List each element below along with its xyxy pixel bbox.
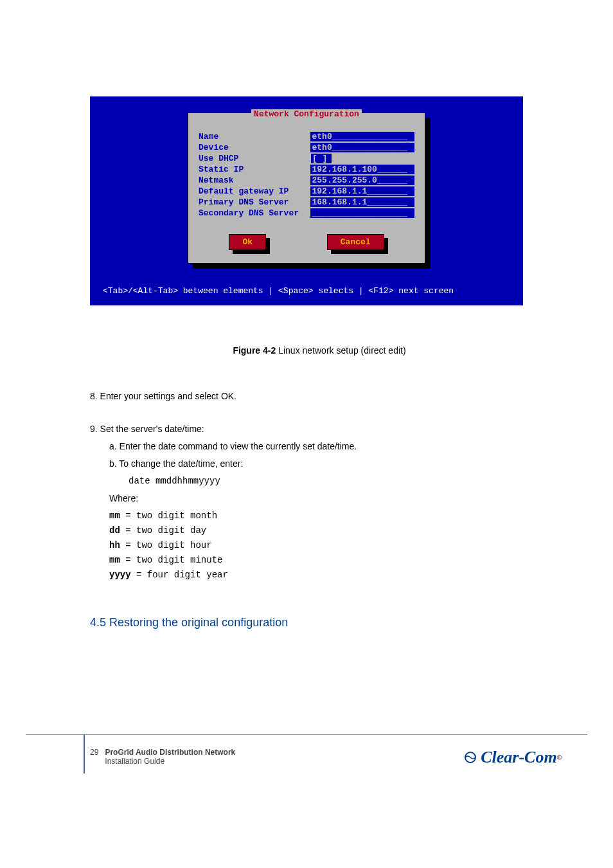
- device-input[interactable]: eth0_______________: [310, 143, 414, 152]
- step-8: 8. Enter your settings and select OK.: [90, 390, 549, 403]
- section-heading: 4.5 Restoring the original configuration: [90, 614, 549, 631]
- dialog-title: Network Configuration: [199, 109, 414, 119]
- primary-dns-input[interactable]: 168.168.1.1________: [310, 197, 414, 207]
- field-label: Name: [199, 132, 310, 141]
- static-ip-input[interactable]: 192.168.1.100______: [310, 165, 414, 174]
- step-9c: b. To change the date/time, enter:: [109, 457, 549, 471]
- dhcp-checkbox[interactable]: [ ]: [311, 154, 332, 163]
- secondary-dns-input[interactable]: ___________________: [310, 208, 414, 218]
- ok-button[interactable]: Ok: [229, 234, 266, 250]
- cancel-button[interactable]: Cancel: [327, 234, 384, 250]
- network-config-dialog: Network Configuration Nameeth0__________…: [188, 113, 425, 264]
- date-command: date mmddhhmmyyyy: [129, 475, 549, 488]
- field-label: Device: [199, 143, 310, 152]
- legend-item: dd = two digit day: [109, 524, 549, 538]
- step-9a: 9. Set the server's date/time:: [90, 422, 549, 436]
- legend-item: hh = two digit hour: [109, 539, 549, 552]
- gateway-input[interactable]: 192.168.1.1________: [310, 186, 414, 196]
- field-label: Use DHCP: [199, 154, 311, 163]
- name-input[interactable]: eth0_______________: [310, 132, 414, 141]
- step-9b: a. Enter the date command to view the cu…: [109, 440, 549, 453]
- where-label: Where:: [109, 492, 549, 505]
- logo-icon: [464, 751, 477, 764]
- terminal-screenshot: Network Configuration Nameeth0__________…: [90, 96, 523, 305]
- clear-com-logo: Clear-Com®: [464, 748, 562, 767]
- netmask-input[interactable]: 255.255.255.0______: [310, 176, 414, 185]
- page-footer-left: 29 ProGrid Audio Distribution Network In…: [90, 748, 235, 766]
- field-label: Primary DNS Server: [199, 197, 310, 207]
- legend-item: mm = two digit month: [109, 509, 549, 523]
- field-label: Static IP: [199, 165, 310, 174]
- field-label: Default gateway IP: [199, 186, 310, 196]
- legend-item: yyyy = four digit year: [109, 568, 549, 582]
- terminal-hint-bar: <Tab>/<Alt-Tab> between elements | <Spac…: [103, 280, 510, 296]
- legend-item: mm = two digit minute: [109, 554, 549, 567]
- logo-text: Clear-Com: [481, 748, 556, 767]
- field-label: Secondary DNS Server: [199, 208, 310, 218]
- field-label: Netmask: [199, 176, 310, 185]
- figure-caption: Figure 4-2 Linux network setup (direct e…: [90, 344, 549, 357]
